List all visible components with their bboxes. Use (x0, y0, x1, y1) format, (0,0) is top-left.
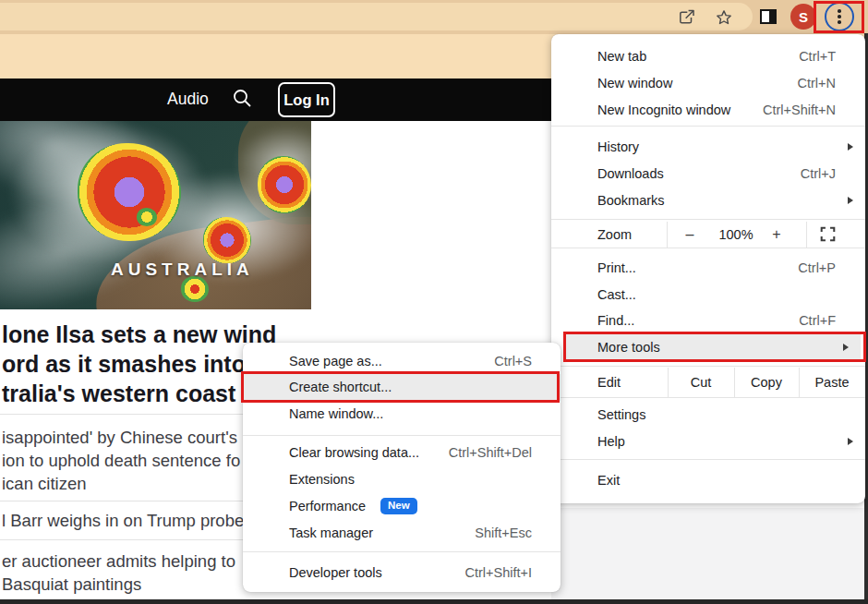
submenu-item-name-window[interactable]: Name window... (243, 401, 561, 428)
hero-satellite-image[interactable]: AUSTRALIA (0, 121, 311, 309)
browser-toolbar: S (0, 0, 868, 34)
submenu-arrow-icon (848, 438, 853, 445)
story-link[interactable]: er auctioneer admits helping to Basquiat… (2, 550, 279, 596)
submenu-item-developer-tools[interactable]: Developer tools Ctrl+Shift+I (243, 560, 561, 586)
edit-row: Edit Cut Copy Paste (551, 368, 865, 397)
map-label: AUSTRALIA (111, 260, 254, 280)
submenu-arrow-icon (848, 143, 853, 151)
submenu-item-save-page-as[interactable]: Save page as... Ctrl+S (243, 348, 561, 375)
login-button[interactable]: Log In (278, 82, 335, 117)
zoom-out-button[interactable]: – (679, 222, 701, 248)
nav-audio-link[interactable]: Audio (167, 90, 209, 109)
menu-item-exit[interactable]: Exit (551, 467, 865, 494)
window-edge-bottom (0, 599, 868, 604)
zoom-in-button[interactable]: + (766, 222, 788, 248)
side-panel-icon[interactable] (760, 9, 777, 24)
submenu-item-create-shortcut[interactable]: Create shortcut... (243, 374, 561, 401)
submenu-item-extensions[interactable]: Extensions (243, 466, 561, 493)
menu-dots-icon[interactable] (825, 2, 854, 31)
menu-item-bookmarks[interactable]: Bookmarks (551, 187, 865, 214)
side-panel-fill (769, 11, 775, 22)
menu-item-history[interactable]: History (551, 134, 865, 161)
bookmark-star-icon[interactable] (714, 7, 734, 28)
zoom-row: Zoom – 100% + (551, 222, 865, 248)
divider (0, 414, 282, 415)
search-icon[interactable] (231, 87, 253, 113)
divider (0, 501, 282, 501)
edit-copy-button[interactable]: Copy (734, 368, 799, 397)
edit-paste-button[interactable]: Paste (799, 368, 865, 397)
menu-item-new-tab[interactable]: New tab Ctrl+T (551, 43, 865, 70)
menu-item-new-incognito-window[interactable]: New Incognito window Ctrl+Shift+N (551, 97, 865, 124)
address-bar[interactable] (0, 3, 753, 30)
avatar[interactable]: S (790, 4, 816, 30)
menu-item-settings[interactable]: Settings (551, 402, 865, 429)
divider (0, 539, 282, 540)
edit-cut-button[interactable]: Cut (668, 368, 734, 397)
submenu-item-task-manager[interactable]: Task manager Shift+Esc (243, 520, 561, 547)
zoom-level: 100% (701, 222, 771, 248)
menu-item-print[interactable]: Print... Ctrl+P (551, 255, 865, 282)
chrome-menu: New tab Ctrl+T New window Ctrl+N New Inc… (551, 34, 865, 503)
menu-item-find[interactable]: Find... Ctrl+F (551, 308, 865, 334)
submenu-arrow-icon (848, 197, 853, 204)
menu-item-new-window[interactable]: New window Ctrl+N (551, 70, 865, 97)
share-icon[interactable] (676, 7, 696, 28)
menu-item-help[interactable]: Help (551, 429, 865, 455)
submenu-item-clear-browsing-data[interactable]: Clear browsing data... Ctrl+Shift+Del (243, 440, 561, 466)
more-tools-submenu: Save page as... Ctrl+S Create shortcut..… (243, 343, 561, 592)
edit-label: Edit (597, 368, 621, 397)
new-badge: New (380, 498, 417, 514)
menu-item-cast[interactable]: Cast... (551, 282, 865, 308)
submenu-item-performance[interactable]: Performance New (243, 493, 561, 520)
zoom-label: Zoom (597, 222, 632, 248)
menu-item-more-tools[interactable]: More tools (566, 334, 861, 361)
fullscreen-icon[interactable] (820, 226, 836, 246)
menu-item-downloads[interactable]: Downloads Ctrl+J (551, 161, 865, 187)
cyclone-radar-blob (78, 143, 181, 241)
story-link[interactable]: l Barr weighs in on Trump probe (2, 509, 279, 532)
page-background-panel (551, 508, 865, 600)
submenu-arrow-icon (843, 344, 849, 351)
story-link[interactable]: isappointed' by Chinese court's ion to u… (2, 426, 279, 495)
